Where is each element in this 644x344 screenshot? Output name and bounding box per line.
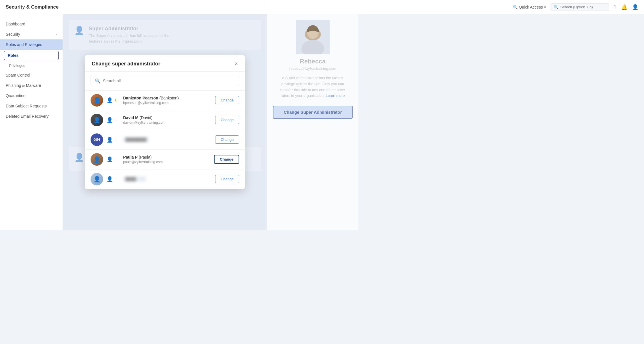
sidebar-item-phishing-malware[interactable]: Phishing & Malware [0,80,63,91]
change-admin-btn-outer: Change Super Administrator [273,106,353,119]
user-role-icon: 👤 ☆ [107,117,117,123]
modal-search-input[interactable] [103,79,235,83]
list-item: 👤 👤 ☆ David M (David) davidm@zylkertrain… [85,110,245,130]
sidebar-item-privileges[interactable]: Privileges [0,61,63,70]
right-panel-name: Rebecca [300,58,326,65]
user-info: Bankston Pearson (Bankston) bpearson@zyl… [123,96,212,105]
rebecca-avatar [296,20,330,54]
user-role-icon: 👤 ☆ [107,137,117,143]
chevron-right-icon: › [56,33,57,36]
topbar: Security & Compliance 🔍 Quick Access ▾ 🔍… [0,0,358,14]
blurred-name: ████ [123,176,146,182]
modal-user-list: 👤 👤 ★ Bankston Pearson (Bankston) bpears… [85,91,245,189]
right-panel-desc: e Super Administrator has the utmost pri… [276,75,350,99]
sidebar-item-roles-privileges[interactable]: Roles and Privileges [0,39,63,50]
list-item: GR 👤 ☆ ████████ Change [85,130,245,150]
list-item: 👤 👤 ★ Bankston Pearson (Bankston) bpears… [85,91,245,110]
person-icon: 👤 [107,176,113,182]
user-name: Bankston Pearson (Bankston) [123,96,212,100]
sidebar-item-data-subject[interactable]: Data Subject Requests [0,101,63,111]
person-icon: 👤 [107,137,113,143]
app-title: Security & Compliance [6,4,59,10]
user-role-icon: 👤 ☆ [107,176,117,182]
list-item: 👤 👤 ☆ ████ Change [85,169,245,189]
sidebar-item-spam-control[interactable]: Spam Control [0,70,63,80]
change-user-button[interactable]: Change [215,175,239,183]
user-name: ████ [123,176,212,182]
modal-header: Change super administrator × [85,55,245,72]
sidebar-item-deleted-email[interactable]: Deleted Email Recovery [0,111,63,121]
star-icon: ☆ [114,118,117,122]
user-info: David M (David) davidm@zylkertraining.co… [123,115,212,125]
avatar-image [296,20,330,54]
user-name: David M (David) [123,115,212,120]
right-panel-email: rebecca@zylkertraining.com [289,66,336,71]
user-info: Paula P (Paula) paula@zylkertraining.com [123,155,211,164]
list-item: 👤 👤 ☆ Paula P (Paula) paula@zylkertraini… [85,150,245,169]
user-email: bpearson@zylkertraining.com [123,101,212,105]
modal-title: Change super administrator [92,61,160,67]
user-email: paula@zylkertraining.com [123,160,211,164]
user-email: davidm@zylkertraining.com [123,121,212,125]
star-icon: ☆ [114,157,117,161]
sidebar-item-security[interactable]: Security › [0,29,63,39]
sidebar-item-quarantine[interactable]: Quarantine [0,91,63,101]
main-layout: Dashboard Security › Roles and Privilege… [0,0,358,230]
change-user-button-active[interactable]: Change [214,155,239,164]
user-role-icon: 👤 ☆ [107,156,117,163]
modal-search-wrap: 🔍 [91,76,239,86]
user-role-icon: 👤 ★ [107,97,117,103]
right-panel: Rebecca rebecca@zylkertraining.com e Sup… [267,14,358,230]
main-content: 👤 Super Administrator The Super Administ… [63,14,267,230]
change-super-admin-button[interactable]: Change Super Administrator [273,106,353,119]
blurred-name: ████████ [123,137,149,142]
sidebar: Dashboard Security › Roles and Privilege… [0,14,63,230]
modal-search-area: 🔍 [85,72,245,91]
star-icon: ☆ [114,137,117,142]
sidebar-item-dashboard[interactable]: Dashboard [0,19,63,29]
user-name: Paula P (Paula) [123,155,211,159]
user-info: ████████ [123,137,212,142]
sidebar-item-roles[interactable]: Roles [4,51,59,60]
star-icon: ☆ [114,177,117,181]
user-avatar: 👤 [91,153,103,166]
person-icon: 👤 [107,117,113,123]
person-icon: 👤 [107,97,113,103]
user-info: ████ [123,176,212,182]
search-icon: 🔍 [95,78,101,84]
user-avatar: 👤 [91,173,103,185]
user-avatar: GR [91,133,103,146]
modal-overlay: Change super administrator × 🔍 👤 [63,14,267,230]
change-user-button[interactable]: Change [215,135,239,144]
change-user-button[interactable]: Change [215,96,239,104]
user-avatar: 👤 [91,94,103,107]
star-icon: ★ [114,98,117,102]
learn-more-link[interactable]: Learn more [326,93,345,98]
change-user-button[interactable]: Change [215,116,239,124]
user-name: ████████ [123,137,212,142]
modal-close-button[interactable]: × [235,61,238,67]
user-avatar: 👤 [91,114,103,126]
change-admin-modal: Change super administrator × 🔍 👤 [85,55,245,189]
person-icon: 👤 [107,156,113,163]
